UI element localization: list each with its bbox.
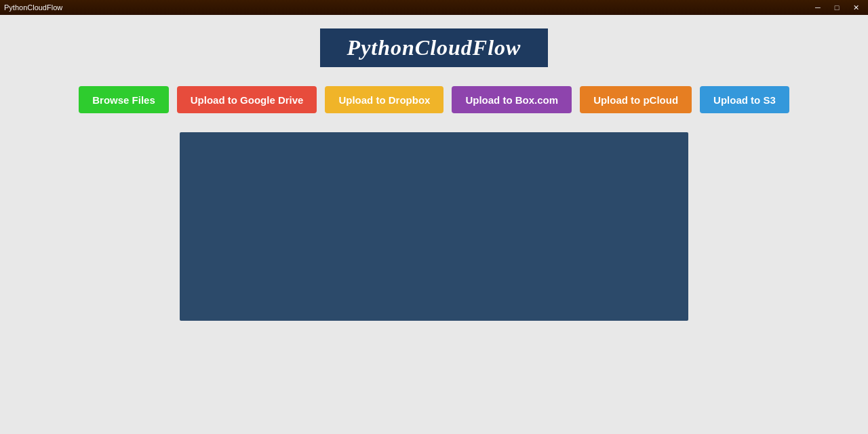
upload-s3-button[interactable]: Upload to S3 bbox=[700, 86, 789, 113]
minimize-button[interactable]: ─ bbox=[810, 2, 826, 13]
title-bar-title: PythonCloudFlow bbox=[4, 3, 62, 12]
maximize-button[interactable]: □ bbox=[829, 2, 845, 13]
close-button[interactable]: ✕ bbox=[848, 2, 864, 13]
browse-files-button[interactable]: Browse Files bbox=[79, 86, 169, 113]
app-title: PythonCloudFlow bbox=[347, 35, 521, 60]
title-bar-left: PythonCloudFlow bbox=[4, 3, 62, 12]
upload-box-button[interactable]: Upload to Box.com bbox=[452, 86, 572, 113]
title-bar: PythonCloudFlow ─ □ ✕ bbox=[0, 0, 868, 15]
upload-pcloud-button[interactable]: Upload to pCloud bbox=[580, 86, 692, 113]
main-content: PythonCloudFlow Browse Files Upload to G… bbox=[0, 15, 868, 434]
upload-google-drive-button[interactable]: Upload to Google Drive bbox=[177, 86, 317, 113]
content-area bbox=[180, 132, 688, 321]
title-bar-controls: ─ □ ✕ bbox=[810, 2, 864, 13]
app-title-container: PythonCloudFlow bbox=[320, 28, 549, 67]
upload-dropbox-button[interactable]: Upload to Dropbox bbox=[325, 86, 443, 113]
buttons-row: Browse Files Upload to Google Drive Uplo… bbox=[79, 86, 789, 113]
